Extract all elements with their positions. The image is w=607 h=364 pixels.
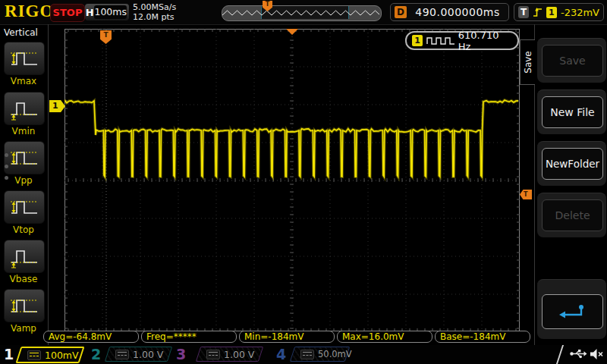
sidebar-item-vpp[interactable]: Vpp — [4, 141, 43, 186]
sidebar-item-vtop[interactable]: Vtop — [4, 190, 43, 235]
timebase-value: 100ms — [94, 5, 127, 19]
measurement-min: Min=-184mV — [239, 331, 335, 343]
menu-page-dot — [5, 176, 8, 180]
counter-value: 610.710 Hz — [458, 30, 512, 52]
save-button[interactable]: Save — [542, 45, 603, 77]
trigger-status-box[interactable]: T 1 -232mV — [514, 3, 604, 21]
menu-tab-label: Save — [523, 51, 533, 73]
vbase-icon — [4, 240, 45, 273]
delay-value: 490.000000ms — [410, 6, 505, 18]
delay-label: D — [395, 6, 407, 18]
channel-1-number[interactable]: 1 — [4, 346, 14, 363]
waveform-position-bar[interactable] — [222, 5, 382, 21]
speaker-muted-icon[interactable] — [590, 348, 604, 360]
oscilloscope-screen: RIGOL STOP H 100ms 5.00MSa/s 12.0M pts T… — [0, 0, 607, 364]
run-stop-status[interactable]: STOP — [50, 4, 85, 22]
trigger-level-value: -232mV — [561, 7, 599, 18]
new-folder-button[interactable]: NewFolder — [542, 148, 603, 180]
vamp-icon — [4, 289, 45, 322]
coupling-dc-icon — [206, 350, 220, 359]
channel-4-scale: 50.0mV — [318, 349, 352, 359]
channel-4-number[interactable]: 4 — [276, 346, 286, 363]
sidebar-item-label: Vpp — [4, 175, 43, 186]
coupling-dc-icon — [27, 350, 41, 360]
sidebar-item-vamp[interactable]: Vamp — [4, 289, 43, 334]
memory-depth: 12.0M pts — [133, 12, 176, 22]
trigger-level-marker[interactable]: T — [520, 190, 532, 199]
channel-2-scale-box[interactable]: 1.00 V — [105, 347, 172, 362]
channel-3-number[interactable]: 3 — [176, 346, 186, 363]
vtop-icon — [4, 190, 45, 224]
sample-rate: 5.00MSa/s — [133, 2, 176, 12]
trigger-source-badge: 1 — [546, 7, 557, 18]
menu-page-dot — [5, 165, 8, 168]
sidebar-item-vmax[interactable]: Vmax — [4, 42, 43, 86]
menu-title: Vertical — [4, 27, 38, 38]
channel-1-scale-box[interactable]: 100mV — [15, 347, 84, 363]
sidebar-item-vmin[interactable]: Vmin — [4, 92, 43, 136]
measurement-base: Base=-184mV — [435, 331, 530, 343]
channel-2-number[interactable]: 2 — [91, 346, 101, 363]
back-button[interactable] — [542, 294, 603, 329]
channel-1-scale: 100mV — [45, 350, 79, 361]
square-wave-icon — [426, 36, 454, 46]
measurement-max: Max=16.0mV — [337, 331, 432, 343]
sidebar-item-label: Vamp — [4, 323, 43, 334]
channel-3-scale: 1.00 V — [224, 349, 254, 360]
vertical-measure-menu: Vertical VmaxVminVppVtopVbaseVamp — [0, 24, 49, 345]
delete-button[interactable]: Delete — [542, 199, 603, 231]
graticule — [64, 29, 520, 331]
sidebar-item-label: Vbase — [4, 274, 43, 284]
new-file-button[interactable]: New File — [542, 96, 603, 128]
trigger-label: T — [518, 6, 529, 18]
return-arrow-icon — [558, 302, 588, 322]
delay-readout-box: D 490.000000ms — [390, 3, 509, 21]
counter-source-badge: 1 — [412, 35, 423, 46]
vmin-icon — [4, 92, 45, 125]
measurement-freq: Freq=***** — [141, 331, 237, 343]
rising-edge-icon — [533, 6, 542, 18]
sidebar-item-label: Vmin — [4, 126, 43, 136]
acquisition-info: 5.00MSa/s 12.0M pts — [133, 2, 176, 22]
channel-4-scale-box[interactable]: 50.0mV — [290, 347, 350, 362]
measurement-avg: Avg=-64.8mV — [43, 331, 139, 343]
menu-page-dot — [5, 153, 8, 157]
menu-tab-save: Save — [520, 39, 535, 85]
sidebar-item-label: Vmax — [4, 76, 43, 86]
sidebar-item-label: Vtop — [4, 224, 43, 235]
vpp-icon — [4, 141, 45, 174]
frequency-counter: 1 610.710 Hz — [405, 31, 519, 50]
channel-status-bar: 1100mV21.00 V31.00 V450.0mV — [0, 345, 607, 364]
preview-wave — [222, 6, 379, 19]
sidebar-item-vbase[interactable]: Vbase — [4, 240, 43, 284]
timebase-label: H — [85, 7, 94, 18]
coupling-dc-icon — [300, 350, 314, 359]
coupling-dc-icon — [115, 350, 129, 359]
horizontal-timebase-box[interactable]: H 100ms — [85, 4, 129, 20]
usb-icon — [570, 349, 587, 359]
ch1-zero-marker[interactable]: 1 — [49, 100, 65, 112]
channel-2-scale: 1.00 V — [133, 349, 163, 360]
save-menu: SaveNew FileNewFolderDelete — [534, 24, 607, 345]
vmax-icon — [4, 42, 45, 75]
channel-3-scale-box[interactable]: 1.00 V — [196, 347, 263, 362]
